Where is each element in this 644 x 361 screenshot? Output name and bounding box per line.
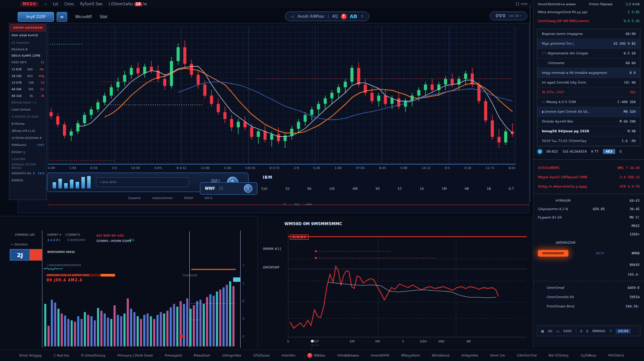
- sidebar-alert-banner[interactable]: EM5M-GM5EEEM: [10, 24, 46, 31]
- sidebar-item[interactable]: L5w5 5m5w5: [9, 106, 46, 113]
- sub-label[interactable]: tootsrammer: [152, 196, 172, 200]
- rp-row[interactable]: Imgg mmmak-a 99 imsable azgagmam8 0: [537, 68, 640, 78]
- orderbook-row[interactable]: 49 3183636: [9, 92, 46, 99]
- statusbar-item[interactable]: R9wa5om: [194, 353, 210, 357]
- sidebar-item[interactable]: G A55555 55 555E: [9, 113, 46, 120]
- wwf-widget[interactable]: WWF 10: [200, 182, 257, 195]
- rp-row[interactable]: Mga grmmmd 5m j61 G92 9 82: [537, 39, 640, 49]
- rp-row[interactable]: bmag56 94@eae pg 1928M.98: [537, 127, 640, 136]
- sub-label[interactable]: RO6#: [184, 196, 193, 200]
- toolbar-label-2[interactable]: Sibt: [100, 15, 107, 19]
- rp-row[interactable]: Gmm5maf6459-E: [533, 283, 644, 292]
- sidebar-item[interactable]: E555m 'y: [9, 149, 46, 156]
- rp-row[interactable]: GAyooaimm-4.2 N029.0539.45: [533, 205, 644, 213]
- sidebar-item[interactable]: L5m55M5: [9, 156, 46, 163]
- rp-row[interactable]: Im aged 5mm46 b9g 5mm(9) 99: [537, 78, 640, 88]
- orderbook-row[interactable]: 18 150655A9g: [9, 73, 46, 79]
- statusbar-item[interactable]: Vilm8d6swos: [337, 353, 359, 357]
- app-logo[interactable]: MEGO: [20, 2, 38, 7]
- sidebar-item[interactable]: B-H5zma: [9, 120, 46, 127]
- rp-row[interactable]: M9ra 4mmagm5m9 P9 py ppt1 5:05: [533, 8, 644, 16]
- primary-action-button[interactable]: ImyK D20P: [18, 12, 54, 22]
- sidebar-item[interactable]: B5m5w K5w5 ~1·: [9, 99, 46, 106]
- menu-item-1[interactable]: Lst: [53, 2, 58, 6]
- rp-row[interactable]: M922: [533, 222, 644, 230]
- statusbar-item[interactable]: G9m5m7nd: [517, 353, 537, 357]
- globe-icon-2[interactable]: [244, 184, 253, 193]
- sidebar-item[interactable]: A5555575 A5. 5.19.9: [9, 170, 46, 177]
- rp-row[interactable]: Gmm5wag J9P 4M MMGcammi.9.9 5.32: [533, 16, 644, 25]
- sub-label[interactable]: Eaaame: [128, 196, 141, 200]
- sidebar-item[interactable]: A5m w5q9 4vm18: [9, 31, 46, 39]
- sidebar-item[interactable]: C5 5rwm5m: [9, 39, 46, 46]
- performance-line-chart[interactable]: [288, 230, 527, 338]
- sidebar-item[interactable]: ◔ O5m9 A5555m9 #: [9, 134, 46, 142]
- statusbar-item[interactable]: W8dos: [307, 353, 325, 358]
- drop-icon-2[interactable]: ò: [586, 329, 588, 333]
- statusbar-item[interactable]: Imsm9hF9l: [371, 353, 389, 357]
- statusbar-item[interactable]: D Gmod5mzzy: [81, 353, 106, 357]
- candlestick-chart[interactable]: [48, 27, 516, 165]
- orderbook-row[interactable]: 13 57024629: [9, 79, 46, 86]
- grid-icon[interactable]: ▦: [541, 329, 544, 333]
- orderbook-row[interactable]: 12 678685-49·: [9, 66, 46, 73]
- volume-bar-chart[interactable]: [0, 216, 257, 349]
- rp-row[interactable]: M6gra 4yeo5 GMTapow5 DM83.9 599.32: [533, 173, 644, 182]
- rp-row[interactable]: Dmede 4g+69 BdvM 69 290: [537, 117, 640, 127]
- menu-flash-icon[interactable]: ⌁: [45, 2, 47, 6]
- rp-row[interactable]: ⟋⟍ Wgmamamk 9m Gmgae0.5 £0: [537, 49, 640, 58]
- rp-row[interactable]: — Maoag 4.9 O 5OMC-499 320: [537, 97, 640, 107]
- rp-row[interactable]: 5019 ‱ 72.61 OGmm5ay1.6 .99: [537, 136, 640, 146]
- statusbar-item[interactable]: G9mgm4os: [222, 353, 241, 357]
- symbol-pill[interactable]: »| Avodi AiWhac | 4Q ! AB ⇕: [285, 12, 369, 21]
- menu-item-3[interactable]: Ry5sm5 5ws: [80, 2, 102, 6]
- statusbar-item[interactable]: Pmsvyry L3lm6 5esst: [118, 353, 153, 357]
- sub-label[interactable]: EM 0: [205, 196, 212, 200]
- statusbar-item[interactable]: G5d5osos: [253, 353, 270, 357]
- statusbar-item[interactable]: Emm 9mjgyg: [19, 353, 42, 357]
- rp-row[interactable]: Gmmame60 60: [537, 58, 640, 68]
- sort-arrows-icon[interactable]: ⇕: [360, 14, 364, 19]
- rp-toggle-row[interactable]: 09:422 101 41264319 9 77 4E3 0: [533, 146, 644, 157]
- symbol-search-input[interactable]: ( Ana dOm: [96, 177, 189, 187]
- rp-row[interactable]: W 37% ₀ OV7·201: [537, 88, 640, 97]
- sidebar-item[interactable]: E5Mqm5 5575M) M5555: [9, 163, 46, 170]
- menu-item-2[interactable]: Cmsc: [64, 2, 74, 6]
- sidebar-item[interactable]: (B5rwo d'9+1,0): [9, 127, 46, 134]
- sidebar-item[interactable]: E5M555: [9, 177, 46, 184]
- statusbar-item[interactable]: Im9gm9st: [461, 353, 478, 357]
- rp-pill[interactable]: 4E3: [603, 149, 615, 154]
- timeframe[interactable]: 4Q: [332, 14, 338, 19]
- statusbar-item[interactable]: Wim6bsnd: [432, 353, 449, 357]
- rp-footbar-pill[interactable]: 69/94: [616, 329, 631, 334]
- phone-icon[interactable]: ↗: [609, 329, 612, 333]
- statusbar-item[interactable]: 8i9 h55mt/y: [548, 353, 569, 357]
- rp-row[interactable]: Bagmas Iomm Imgagma69:99: [537, 29, 640, 39]
- statusbar-item[interactable]: C 9sd Isis: [54, 353, 69, 357]
- bl-chart-divider[interactable]: [189, 231, 190, 348]
- statusbar-item[interactable]: F9G59m1: [608, 353, 625, 357]
- toolbar-label-1[interactable]: Wrcodtfl: [75, 15, 92, 19]
- menu-item-4[interactable]: ( O5mm1wfss 10 lw: [109, 2, 147, 6]
- card-icon[interactable]: ▭: [556, 329, 560, 333]
- sidebar-item[interactable]: EB5v5 4y4M5 22MB: [9, 53, 46, 59]
- drop-icon-1[interactable]: ô: [580, 329, 583, 333]
- rp-row[interactable]: 1292+: [533, 230, 644, 238]
- sidebar-item[interactable]: G5E5 09'911: [9, 59, 46, 66]
- rp-row[interactable]: A55OGMEM5BMG 7 34.69: [533, 163, 644, 173]
- rp-row[interactable]: Pygaam 81 69M9 5!: [533, 213, 644, 222]
- statusbar-item[interactable]: Imim9m: [282, 353, 295, 357]
- orderbook-row[interactable]: 49 595395(2): [9, 86, 46, 92]
- rp-row[interactable]: Gmm5mm9d 6959554: [533, 292, 644, 302]
- highlighted-order-button[interactable]: MMM5MMM5M: [538, 250, 568, 257]
- rp-row[interactable]: 9mbg m a9aa smm5a g agag97# 4.9.59: [533, 182, 644, 191]
- sidebar-item[interactable]: P5M5wm51707: [9, 142, 46, 149]
- sidebar-item[interactable]: R5m5m5 B: [9, 46, 46, 53]
- statusbar-item[interactable]: Fimosgind: [165, 353, 182, 357]
- statusbar-item[interactable]: M9syy9sim: [401, 353, 420, 357]
- layout-menu-button[interactable]: ≡: [57, 12, 67, 22]
- statusbar-item[interactable]: 9mm 1m: [490, 353, 505, 357]
- clock-pill[interactable]: 0'0'0 rze 10 ⌁: [490, 12, 527, 20]
- statusbar-item[interactable]: Gy5tBsos: [581, 353, 597, 357]
- rp-row[interactable]: ◗ bmmm 6am 5mm4 49 5A...M9 329: [537, 107, 640, 117]
